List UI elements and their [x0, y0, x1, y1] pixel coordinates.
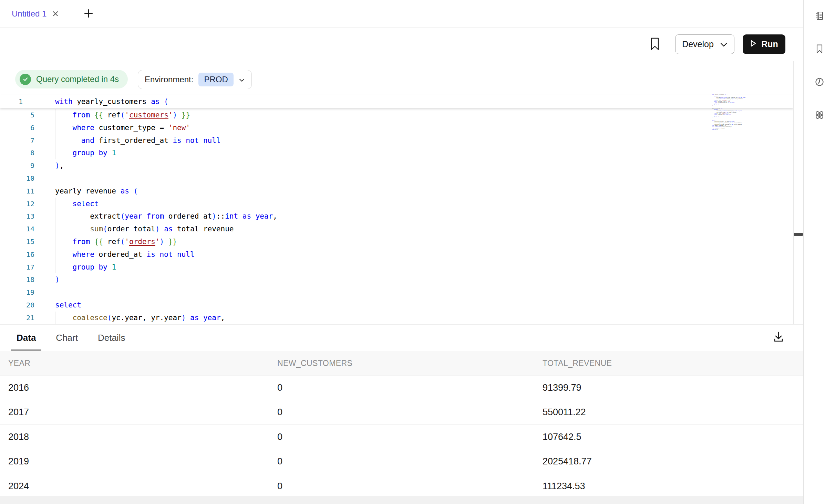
- right-sidebar: [803, 0, 835, 504]
- table-row[interactable]: 20170550011.22: [0, 400, 803, 424]
- line-number: 12: [0, 198, 34, 210]
- code-lines[interactable]: 5 from {{ ref('customers') }}6 where cus…: [0, 109, 793, 326]
- horizontal-scrollbar[interactable]: [0, 496, 803, 504]
- line-number: 14: [0, 223, 34, 235]
- line-number: 18: [0, 273, 34, 286]
- code-line[interactable]: 9),: [0, 159, 793, 172]
- bookmark-button[interactable]: [649, 38, 661, 51]
- code-line[interactable]: 16 where ordered_at is not null: [0, 248, 793, 261]
- table-cell: 91399.79: [543, 376, 581, 400]
- table-cell: 2016: [8, 376, 29, 400]
- table-cell: 111234.53: [543, 474, 585, 498]
- code-line[interactable]: 14 sum(order_total) as total_revenue: [0, 223, 793, 235]
- download-results-button[interactable]: [771, 329, 786, 345]
- sql-ide-page: Untitled 1 Develop Run: [0, 0, 835, 504]
- table-cell: 2017: [8, 400, 29, 424]
- table-cell: 0: [277, 425, 282, 449]
- new-tab-button[interactable]: [83, 8, 94, 20]
- line-number: 13: [0, 210, 34, 223]
- code-line[interactable]: 5 from {{ ref('customers') }}: [0, 109, 793, 122]
- environment-value-badge: PROD: [198, 73, 233, 86]
- table-cell: 2024: [8, 474, 29, 498]
- code-line[interactable]: 7 and first_ordered_at is not null: [0, 134, 793, 147]
- tab-data[interactable]: Data: [12, 325, 40, 351]
- sql-code-editor[interactable]: 5 from {{ ref('customers') }}6 where cus…: [0, 93, 793, 326]
- plus-icon: [83, 8, 94, 20]
- line-number: 10: [0, 172, 34, 185]
- line-number: 16: [0, 248, 34, 261]
- code-line[interactable]: 12 select: [0, 198, 793, 210]
- line-number: 15: [0, 235, 34, 248]
- code-line[interactable]: 18): [0, 273, 793, 286]
- table-cell: 0: [277, 474, 282, 498]
- table-cell: 0: [277, 449, 282, 473]
- sidebar-item-lineage[interactable]: [804, 99, 835, 132]
- code-line[interactable]: 13 extract(year from ordered_at)::int as…: [0, 210, 793, 223]
- sticky-line-number: 1: [0, 95, 23, 108]
- run-label: Run: [761, 39, 778, 49]
- query-status-text: Query completed in 4s: [36, 74, 119, 84]
- code-line[interactable]: 6 where customer_type = 'new': [0, 122, 793, 134]
- tab-title: Untitled 1: [12, 9, 47, 19]
- tab-untitled-1[interactable]: Untitled 1: [0, 0, 76, 28]
- notebook-icon: [814, 11, 825, 22]
- download-icon: [772, 330, 785, 344]
- line-number: 19: [0, 286, 34, 299]
- sidebar-item-history[interactable]: [804, 66, 835, 99]
- sticky-line[interactable]: 1 with yearly_customers as (: [0, 95, 793, 108]
- results-tabs: Data Chart Details: [12, 325, 129, 351]
- line-number: 17: [0, 261, 34, 274]
- close-icon[interactable]: [52, 10, 59, 17]
- results-table-header: YEARNEW_CUSTOMERSTOTAL_REVENUE: [0, 351, 803, 376]
- environment-label: Environment:: [145, 75, 193, 84]
- line-number: 20: [0, 299, 34, 312]
- line-number: 5: [0, 109, 34, 122]
- editor-scrollbar-thumb[interactable]: [794, 233, 803, 236]
- table-row[interactable]: 201902025418.77: [0, 449, 803, 474]
- tab-chart[interactable]: Chart: [52, 325, 82, 351]
- play-icon: [750, 39, 757, 49]
- chevron-down-icon: [720, 39, 728, 49]
- column-header-total_revenue: TOTAL_REVENUE: [543, 351, 612, 376]
- code-line[interactable]: 19: [0, 286, 793, 299]
- line-number: 21: [0, 312, 34, 324]
- results-panel: Data Chart Details YEARNEW_CUSTOMERSTOTA…: [0, 324, 803, 496]
- bookmark-icon: [649, 37, 661, 52]
- code-line[interactable]: 8 group by 1: [0, 147, 793, 159]
- sidebar-item-bookmarks[interactable]: [804, 33, 835, 66]
- clock-history-icon: [814, 77, 825, 88]
- chevron-down-icon: [239, 75, 245, 84]
- code-line[interactable]: 17 group by 1: [0, 261, 793, 274]
- code-line[interactable]: 11yearly_revenue as (: [0, 185, 793, 198]
- environment-selector[interactable]: Environment: PROD: [138, 70, 252, 89]
- results-table-body: 2016091399.7920170550011.2220180107642.5…: [0, 376, 803, 498]
- code-line[interactable]: 20select: [0, 299, 793, 312]
- line-number: 11: [0, 185, 34, 198]
- line-number: 9: [0, 159, 34, 172]
- table-cell: 107642.5: [543, 425, 581, 449]
- code-line[interactable]: 21 coalesce(yc.year, yr.year) as year,: [0, 312, 793, 324]
- query-status-badge: Query completed in 4s: [15, 70, 128, 88]
- line-number: 8: [0, 147, 34, 159]
- toolbar: Develop Run: [0, 28, 803, 61]
- column-header-new_customers: NEW_CUSTOMERS: [277, 351, 352, 376]
- line-number: 6: [0, 122, 34, 134]
- table-row[interactable]: 20240111234.53: [0, 474, 803, 498]
- table-row[interactable]: 20180107642.5: [0, 425, 803, 449]
- editor-scrollbar-track: [793, 61, 794, 324]
- tab-details[interactable]: Details: [94, 325, 129, 351]
- run-button[interactable]: Run: [743, 34, 785, 54]
- sidebar-item-notebook[interactable]: [804, 0, 835, 33]
- table-cell: 2019: [8, 449, 29, 473]
- code-line[interactable]: 15 from {{ ref('orders') }}: [0, 235, 793, 248]
- table-cell: 550011.22: [543, 400, 586, 424]
- table-cell: 0: [277, 400, 282, 424]
- editor-minimap[interactable]: with yearly_customers as ( select extrac…: [712, 94, 753, 130]
- line-number: 7: [0, 134, 34, 147]
- code-line[interactable]: 10: [0, 172, 793, 185]
- editor-tab-bar: Untitled 1: [0, 0, 803, 28]
- lineage-icon: [814, 109, 825, 122]
- table-row[interactable]: 2016091399.79: [0, 376, 803, 400]
- sticky-line-code: with yearly_customers as (: [55, 95, 168, 108]
- develop-dropdown[interactable]: Develop: [675, 34, 734, 54]
